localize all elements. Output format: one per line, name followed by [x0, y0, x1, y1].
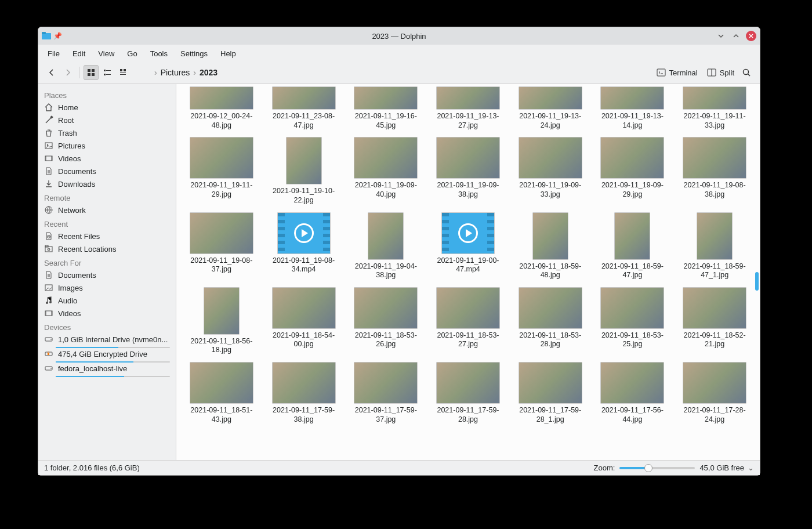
file-item[interactable]: 2021-09-11_17-28-24.jpg — [675, 360, 754, 425]
recent-loc-icon — [44, 244, 53, 253]
file-item[interactable]: 2021-09-11_19-09-40.jpg — [346, 135, 425, 206]
file-item[interactable]: 2021-09-11_18-53-27.jpg — [429, 285, 507, 356]
sidebar-item-documents[interactable]: Documents — [38, 269, 176, 281]
breadcrumb-current[interactable]: 2023 — [200, 68, 217, 77]
pin-icon[interactable]: 📌 — [53, 32, 62, 40]
sidebar-item-475-4-gib-encrypted-drive[interactable]: 475,4 GiB Encrypted Drive — [38, 347, 176, 362]
menu-go[interactable]: Go — [121, 47, 143, 60]
compact-view-button[interactable] — [100, 65, 115, 80]
file-item[interactable]: 2021-09-11_18-53-25.jpg — [593, 285, 672, 356]
image-thumbnail — [436, 137, 500, 179]
svg-rect-22 — [45, 156, 52, 161]
sidebar-item-images[interactable]: Images — [38, 281, 176, 294]
file-view[interactable]: 2021-09-12_00-24-48.jpg2021-09-11_23-08-… — [176, 84, 760, 460]
close-button[interactable] — [746, 31, 756, 41]
window-title: 2023 — Dolphin — [38, 32, 760, 41]
file-item[interactable]: 2021-09-11_23-08-47.jpg — [264, 84, 343, 131]
file-item[interactable]: 2021-09-11_19-09-38.jpg — [429, 135, 507, 206]
menu-help[interactable]: Help — [215, 47, 242, 60]
chevron-down-icon[interactable]: ⌄ — [748, 463, 754, 472]
image-thumbnail — [272, 287, 336, 329]
file-item[interactable]: 2021-09-11_19-16-45.jpg — [346, 84, 425, 131]
file-item[interactable]: 2021-09-11_18-53-26.jpg — [346, 285, 425, 356]
svg-rect-13 — [120, 74, 126, 75]
sidebar-item-network[interactable]: Network — [38, 204, 176, 216]
forward-button[interactable] — [60, 65, 75, 80]
file-name: 2021-09-11_18-54-00.jpg — [266, 331, 342, 349]
sidebar-item-trash[interactable]: Trash — [38, 126, 176, 139]
zoom-slider[interactable] — [619, 467, 695, 469]
file-name: 2021-09-11_19-13-27.jpg — [430, 112, 506, 130]
sidebar-item-videos[interactable]: Videos — [38, 152, 176, 165]
file-item[interactable]: 2021-09-11_19-00-47.mp4 — [429, 210, 507, 281]
svg-rect-5 — [92, 73, 95, 76]
file-name: 2021-09-11_18-59-47.jpg — [594, 262, 670, 280]
search-button[interactable] — [739, 65, 754, 80]
videos-icon — [44, 309, 53, 318]
file-name: 2021-09-11_17-59-28.jpg — [430, 406, 506, 424]
drive-icon — [44, 364, 53, 373]
menu-settings[interactable]: Settings — [175, 47, 213, 60]
maximize-button[interactable] — [731, 31, 741, 41]
file-item[interactable]: 2021-09-11_17-59-38.jpg — [264, 360, 343, 425]
file-item[interactable]: 2021-09-11_19-08-38.jpg — [675, 135, 754, 206]
file-item[interactable]: 2021-09-11_19-13-14.jpg — [593, 84, 672, 131]
details-view-button[interactable] — [116, 65, 131, 80]
menu-edit[interactable]: Edit — [67, 47, 91, 60]
terminal-button[interactable]: Terminal — [652, 66, 702, 79]
file-item[interactable]: 2021-09-11_19-11-29.jpg — [182, 135, 261, 206]
menu-tools[interactable]: Tools — [144, 47, 173, 60]
back-button[interactable] — [44, 65, 59, 80]
file-item[interactable]: 2021-09-11_19-09-33.jpg — [511, 135, 590, 206]
sidebar-item-recent-files[interactable]: Recent Files — [38, 230, 176, 242]
documents-icon — [44, 166, 53, 176]
sidebar-item-downloads[interactable]: Downloads — [38, 177, 176, 190]
sidebar-item-root[interactable]: Root — [38, 114, 176, 126]
sidebar-item-documents[interactable]: Documents — [38, 165, 176, 177]
file-item[interactable]: 2021-09-11_17-59-28.jpg — [429, 360, 507, 425]
file-item[interactable]: 2021-09-11_18-52-21.jpg — [675, 285, 754, 356]
file-item[interactable]: 2021-09-11_17-59-37.jpg — [346, 360, 425, 425]
audio-icon — [44, 296, 53, 305]
file-item[interactable]: 2021-09-11_19-09-29.jpg — [593, 135, 672, 206]
sidebar-item-home[interactable]: Home — [38, 101, 176, 114]
icons-view-button[interactable] — [84, 65, 99, 80]
svg-rect-3 — [92, 69, 95, 72]
file-item[interactable]: 2021-09-11_19-13-24.jpg — [511, 84, 590, 131]
sidebar-item-videos[interactable]: Videos — [38, 307, 176, 320]
split-button[interactable]: Split — [702, 66, 739, 79]
sidebar-section-recent: Recent — [38, 216, 176, 230]
file-item[interactable]: 2021-09-11_19-11-33.jpg — [675, 84, 754, 131]
scrollbar-thumb[interactable] — [755, 272, 759, 291]
sidebar-item-fedora-localhost-live[interactable]: fedora_localhost-live — [38, 362, 176, 376]
file-item[interactable]: 2021-09-11_19-08-37.jpg — [182, 210, 261, 281]
search-icon — [742, 68, 751, 77]
sidebar-item-pictures[interactable]: Pictures — [38, 139, 176, 152]
sidebar-item-recent-locations[interactable]: Recent Locations — [38, 242, 176, 255]
file-item[interactable]: 2021-09-11_18-54-00.jpg — [264, 285, 343, 356]
file-item[interactable]: 2021-09-11_18-53-28.jpg — [511, 285, 590, 356]
menu-view[interactable]: View — [92, 47, 120, 60]
file-item[interactable]: 2021-09-11_19-13-27.jpg — [429, 84, 507, 131]
image-thumbnail — [683, 137, 746, 179]
file-item[interactable]: 2021-09-11_19-04-38.jpg — [346, 210, 425, 281]
minimize-button[interactable] — [716, 31, 726, 41]
sidebar-item-1-0-gib-internal-drive-nvme0n-[interactable]: 1,0 GiB Internal Drive (nvme0n... — [38, 333, 176, 347]
file-item[interactable]: 2021-09-11_18-59-47.jpg — [593, 210, 672, 281]
breadcrumb[interactable]: › Pictures › 2023 — [154, 68, 217, 77]
file-name: 2021-09-11_19-08-34.mp4 — [266, 256, 342, 274]
file-item[interactable]: 2021-09-11_17-59-28_1.jpg — [511, 360, 590, 425]
file-item[interactable]: 2021-09-11_18-56-18.jpg — [182, 285, 261, 356]
image-thumbnail — [272, 86, 336, 110]
file-item[interactable]: 2021-09-11_19-10-22.jpg — [264, 135, 343, 206]
file-item[interactable]: 2021-09-11_18-59-48.jpg — [511, 210, 590, 281]
file-item[interactable]: 2021-09-12_00-24-48.jpg — [182, 84, 261, 131]
menu-file[interactable]: File — [42, 47, 66, 60]
sidebar-item-audio[interactable]: Audio — [38, 294, 176, 307]
file-item[interactable]: 2021-09-11_19-08-34.mp4 — [264, 210, 343, 281]
file-item[interactable]: 2021-09-11_18-59-47_1.jpg — [675, 210, 754, 281]
file-item[interactable]: 2021-09-11_17-56-44.jpg — [593, 360, 672, 425]
toolbar: › Pictures › 2023 Terminal Split — [38, 63, 760, 84]
breadcrumb-parent[interactable]: Pictures — [161, 68, 190, 77]
file-item[interactable]: 2021-09-11_18-51-43.jpg — [182, 360, 261, 425]
